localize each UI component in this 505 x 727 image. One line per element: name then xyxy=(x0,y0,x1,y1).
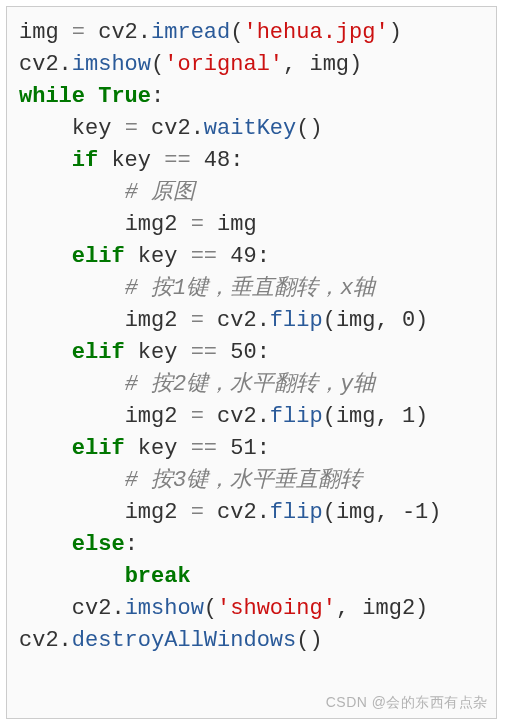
code-token: : xyxy=(151,84,164,109)
code-token: = xyxy=(72,20,85,45)
code-token: img xyxy=(336,500,376,525)
code-token: ) xyxy=(415,308,428,333)
code-token: key xyxy=(111,148,151,173)
code-token: cv2 xyxy=(151,116,191,141)
code-block: img = cv2.imread('hehua.jpg') cv2.imshow… xyxy=(6,6,497,719)
code-token: == xyxy=(164,148,190,173)
code-token: ( xyxy=(151,52,164,77)
code-token: elif xyxy=(72,340,125,365)
code-token: ( xyxy=(323,308,336,333)
code-token: , xyxy=(375,404,388,429)
code-token: = xyxy=(125,116,138,141)
code-token: key xyxy=(138,340,178,365)
code-token: : xyxy=(230,148,243,173)
code-token: 1 xyxy=(402,404,415,429)
code-token: = xyxy=(191,308,204,333)
code-token: 0 xyxy=(402,308,415,333)
code-token: flip xyxy=(270,308,323,333)
watermark-text: CSDN @会的东西有点杂 xyxy=(326,694,488,712)
code-comment: # 按1键，垂直翻转，x轴 xyxy=(125,276,376,301)
code-token: imshow xyxy=(125,596,204,621)
code-token: waitKey xyxy=(204,116,296,141)
code-token: = xyxy=(191,404,204,429)
code-token: elif xyxy=(72,436,125,461)
code-token: . xyxy=(59,628,72,653)
code-token: cv2 xyxy=(98,20,138,45)
code-token: cv2 xyxy=(72,596,112,621)
code-token: img xyxy=(19,20,59,45)
code-token: ( xyxy=(323,404,336,429)
code-token: . xyxy=(138,20,151,45)
code-token: img2 xyxy=(125,212,178,237)
code-token: : xyxy=(257,244,270,269)
code-token: if xyxy=(72,148,98,173)
code-token: key xyxy=(138,436,178,461)
code-content: img = cv2.imread('hehua.jpg') cv2.imshow… xyxy=(19,17,486,657)
code-token: = xyxy=(191,500,204,525)
code-token: ( xyxy=(296,628,309,653)
code-token: flip xyxy=(270,500,323,525)
code-token: = xyxy=(191,212,204,237)
code-token: . xyxy=(111,596,124,621)
code-token: 51 xyxy=(230,436,256,461)
code-token: elif xyxy=(72,244,125,269)
code-token: destroyAllWindows xyxy=(72,628,296,653)
code-token: ) xyxy=(415,404,428,429)
code-token: cv2 xyxy=(19,628,59,653)
code-token: 49 xyxy=(230,244,256,269)
code-token: img xyxy=(217,212,257,237)
code-token: 'hehua.jpg' xyxy=(243,20,388,45)
code-token: : xyxy=(257,340,270,365)
code-token: ) xyxy=(349,52,362,77)
code-token: 'orignal' xyxy=(164,52,283,77)
code-token: . xyxy=(257,500,270,525)
code-token: -1 xyxy=(402,500,428,525)
code-token: == xyxy=(191,340,217,365)
code-token: == xyxy=(191,436,217,461)
code-token: ) xyxy=(309,628,322,653)
code-token: , xyxy=(375,308,388,333)
code-token: imread xyxy=(151,20,230,45)
code-token: ( xyxy=(296,116,309,141)
code-comment: # 原图 xyxy=(125,180,195,205)
code-token: cv2 xyxy=(217,308,257,333)
code-token: img xyxy=(336,404,376,429)
code-token: cv2 xyxy=(19,52,59,77)
code-token: imshow xyxy=(72,52,151,77)
code-token: ) xyxy=(309,116,322,141)
code-token: . xyxy=(59,52,72,77)
code-comment: # 按2键，水平翻转，y轴 xyxy=(125,372,376,397)
code-token: key xyxy=(138,244,178,269)
code-token: True xyxy=(98,84,151,109)
code-token: == xyxy=(191,244,217,269)
code-token: : xyxy=(257,436,270,461)
code-token: flip xyxy=(270,404,323,429)
code-token: . xyxy=(257,404,270,429)
code-token: cv2 xyxy=(217,500,257,525)
code-token: img2 xyxy=(125,308,178,333)
code-token: . xyxy=(257,308,270,333)
code-comment: # 按3键，水平垂直翻转 xyxy=(125,468,363,493)
code-token: , xyxy=(336,596,349,621)
code-token: . xyxy=(191,116,204,141)
code-token: key xyxy=(72,116,112,141)
code-token: , xyxy=(375,500,388,525)
code-token: img xyxy=(336,308,376,333)
code-token: 48 xyxy=(204,148,230,173)
code-token: ) xyxy=(415,596,428,621)
code-token: img2 xyxy=(362,596,415,621)
code-token: : xyxy=(125,532,138,557)
code-token: cv2 xyxy=(217,404,257,429)
code-token: img2 xyxy=(125,500,178,525)
code-token: ) xyxy=(389,20,402,45)
code-token: 50 xyxy=(230,340,256,365)
code-token: 'shwoing' xyxy=(217,596,336,621)
code-token: while xyxy=(19,84,85,109)
code-token: ) xyxy=(428,500,441,525)
code-token: ( xyxy=(323,500,336,525)
code-token: , xyxy=(283,52,296,77)
code-token: ( xyxy=(204,596,217,621)
code-token: img xyxy=(309,52,349,77)
code-token: img2 xyxy=(125,404,178,429)
code-token: ( xyxy=(230,20,243,45)
